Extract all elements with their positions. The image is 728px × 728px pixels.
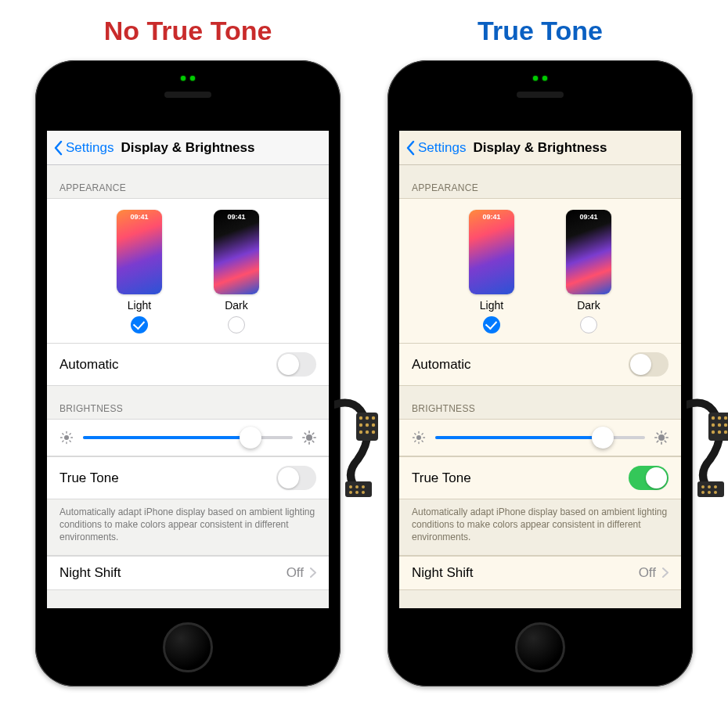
dark-thumbnail <box>566 210 611 294</box>
brightness-slider-row <box>399 419 681 456</box>
night-shift-value: Off <box>287 565 304 581</box>
automatic-row: Automatic <box>47 343 329 386</box>
back-button[interactable]: Settings <box>405 140 466 156</box>
phone-mock-right: Settings Display & Brightness APPEARANCE… <box>387 60 693 687</box>
appearance-option-dark[interactable]: Dark <box>566 210 611 333</box>
sun-large-icon <box>654 431 669 445</box>
automatic-toggle[interactable] <box>276 352 316 377</box>
light-thumbnail <box>117 210 162 294</box>
back-button[interactable]: Settings <box>53 140 114 156</box>
true-tone-row: True Tone <box>399 456 681 499</box>
brightness-slider[interactable] <box>83 436 293 439</box>
appearance-option-light[interactable]: Light <box>469 210 514 333</box>
flex-cable-right <box>687 397 728 499</box>
dark-thumbnail <box>214 210 259 294</box>
dark-radio[interactable] <box>228 316 245 333</box>
night-shift-label: Night Shift <box>59 565 121 581</box>
home-button[interactable] <box>515 622 565 672</box>
appearance-option-light[interactable]: Light <box>117 210 162 333</box>
appearance-picker: Light Dark <box>399 198 681 343</box>
navigation-bar: Settings Display & Brightness <box>399 131 681 165</box>
settings-screen-left: Settings Display & Brightness APPEARANCE… <box>47 131 329 608</box>
true-tone-toggle[interactable] <box>629 466 669 490</box>
sun-small-icon <box>59 431 74 445</box>
night-shift-row[interactable]: Night Shift Off <box>47 556 329 590</box>
night-shift-label: Night Shift <box>412 565 473 581</box>
dark-label: Dark <box>225 299 248 312</box>
appearance-option-dark[interactable]: Dark <box>214 210 259 333</box>
home-button[interactable] <box>163 622 213 672</box>
chevron-left-icon <box>405 140 416 156</box>
back-label: Settings <box>66 140 114 156</box>
dark-radio[interactable] <box>580 316 597 333</box>
night-shift-row[interactable]: Night Shift Off <box>399 556 681 590</box>
section-appearance-label: APPEARANCE <box>47 165 329 198</box>
chevron-right-icon <box>662 568 669 578</box>
chevron-left-icon <box>53 140 64 156</box>
light-radio[interactable] <box>483 316 500 333</box>
settings-screen-right: Settings Display & Brightness APPEARANCE… <box>399 131 681 608</box>
dark-label: Dark <box>577 299 600 312</box>
section-appearance-label: APPEARANCE <box>399 165 681 198</box>
brightness-slider[interactable] <box>435 436 645 439</box>
light-label: Light <box>480 299 503 312</box>
phone-mock-left: Settings Display & Brightness APPEARANCE… <box>35 60 341 687</box>
sun-small-icon <box>412 431 426 445</box>
true-tone-toggle[interactable] <box>276 466 316 490</box>
automatic-label: Automatic <box>412 357 471 373</box>
true-tone-row: True Tone <box>47 456 329 499</box>
night-shift-value: Off <box>639 565 656 581</box>
automatic-row: Automatic <box>399 343 681 386</box>
light-thumbnail <box>469 210 514 294</box>
true-tone-label: True Tone <box>412 470 471 486</box>
section-brightness-label: BRIGHTNESS <box>399 386 681 419</box>
automatic-label: Automatic <box>59 357 119 373</box>
chevron-right-icon <box>310 568 316 578</box>
light-radio[interactable] <box>131 316 148 333</box>
appearance-picker: Light Dark <box>47 198 329 343</box>
true-tone-footnote: Automatically adapt iPhone display based… <box>399 499 681 556</box>
headline-true-tone: True Tone <box>478 16 603 46</box>
true-tone-footnote: Automatically adapt iPhone display based… <box>47 499 329 556</box>
true-tone-label: True Tone <box>59 470 119 486</box>
automatic-toggle[interactable] <box>629 352 669 377</box>
headline-no-true-tone: No True Tone <box>104 16 272 46</box>
navigation-bar: Settings Display & Brightness <box>47 131 329 165</box>
flex-cable-left <box>334 397 381 499</box>
light-label: Light <box>128 299 151 312</box>
sun-large-icon <box>302 431 316 445</box>
brightness-slider-row <box>47 419 329 456</box>
section-brightness-label: BRIGHTNESS <box>47 386 329 419</box>
back-label: Settings <box>418 140 466 156</box>
